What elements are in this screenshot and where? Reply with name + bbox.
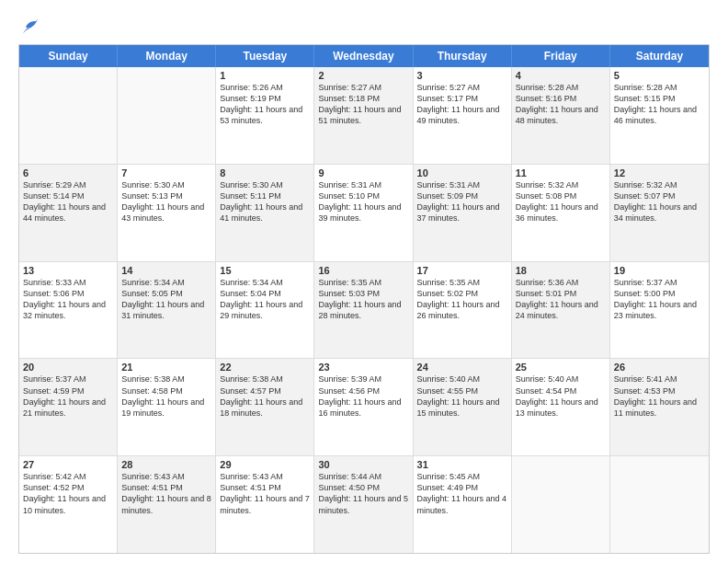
- calendar-cell: 14Sunrise: 5:34 AMSunset: 5:05 PMDayligh…: [118, 262, 216, 359]
- cell-info: Sunrise: 5:32 AMSunset: 5:07 PMDaylight:…: [614, 180, 697, 223]
- calendar-row: 27Sunrise: 5:42 AMSunset: 4:52 PMDayligh…: [19, 455, 709, 553]
- day-number: 19: [614, 265, 705, 276]
- calendar-row: 20Sunrise: 5:37 AMSunset: 4:59 PMDayligh…: [19, 358, 709, 455]
- cell-info: Sunrise: 5:35 AMSunset: 5:03 PMDaylight:…: [318, 278, 401, 320]
- calendar-cell: 5Sunrise: 5:28 AMSunset: 5:15 PMDaylight…: [610, 67, 709, 164]
- day-number: 7: [121, 167, 211, 178]
- cell-info: Sunrise: 5:43 AMSunset: 4:51 PMDaylight:…: [220, 472, 310, 514]
- cell-info: Sunrise: 5:43 AMSunset: 4:51 PMDaylight:…: [121, 472, 211, 514]
- calendar-body: 1Sunrise: 5:26 AMSunset: 5:19 PMDaylight…: [19, 67, 709, 553]
- day-number: 24: [417, 362, 507, 373]
- day-number: 1: [220, 70, 310, 81]
- day-number: 30: [318, 459, 408, 470]
- calendar-cell: [610, 456, 709, 553]
- weekday-header: Wednesday: [314, 45, 413, 67]
- day-number: 4: [516, 70, 606, 81]
- weekday-header: Friday: [512, 45, 610, 67]
- day-number: 6: [23, 167, 113, 178]
- calendar-cell: 22Sunrise: 5:38 AMSunset: 4:57 PMDayligh…: [216, 359, 314, 455]
- calendar-cell: 6Sunrise: 5:29 AMSunset: 5:14 PMDaylight…: [19, 165, 118, 261]
- day-number: 16: [318, 265, 408, 276]
- weekday-header: Tuesday: [216, 45, 314, 67]
- calendar-cell: 25Sunrise: 5:40 AMSunset: 4:54 PMDayligh…: [512, 359, 610, 455]
- cell-info: Sunrise: 5:40 AMSunset: 4:55 PMDaylight:…: [417, 374, 500, 417]
- calendar-row: 1Sunrise: 5:26 AMSunset: 5:19 PMDaylight…: [19, 67, 709, 164]
- calendar-cell: 7Sunrise: 5:30 AMSunset: 5:13 PMDaylight…: [118, 165, 216, 261]
- day-number: 20: [23, 362, 113, 373]
- calendar-cell: 11Sunrise: 5:32 AMSunset: 5:08 PMDayligh…: [512, 165, 610, 261]
- calendar-cell: 21Sunrise: 5:38 AMSunset: 4:58 PMDayligh…: [118, 359, 216, 455]
- calendar-cell: 26Sunrise: 5:41 AMSunset: 4:53 PMDayligh…: [610, 359, 709, 455]
- cell-info: Sunrise: 5:38 AMSunset: 4:58 PMDaylight:…: [121, 374, 204, 417]
- cell-info: Sunrise: 5:29 AMSunset: 5:14 PMDaylight:…: [23, 180, 106, 223]
- calendar-cell: 28Sunrise: 5:43 AMSunset: 4:51 PMDayligh…: [118, 456, 216, 553]
- day-number: 12: [614, 167, 705, 178]
- calendar-cell: 23Sunrise: 5:39 AMSunset: 4:56 PMDayligh…: [314, 359, 413, 455]
- cell-info: Sunrise: 5:44 AMSunset: 4:50 PMDaylight:…: [318, 472, 408, 514]
- day-number: 23: [318, 362, 408, 373]
- calendar-cell: 9Sunrise: 5:31 AMSunset: 5:10 PMDaylight…: [314, 165, 413, 261]
- logo-text: [18, 15, 42, 35]
- cell-info: Sunrise: 5:30 AMSunset: 5:13 PMDaylight:…: [121, 180, 204, 223]
- day-number: 13: [23, 265, 113, 276]
- day-number: 5: [614, 70, 705, 81]
- day-number: 11: [516, 167, 606, 178]
- cell-info: Sunrise: 5:41 AMSunset: 4:53 PMDaylight:…: [614, 374, 697, 417]
- calendar-cell: [512, 456, 610, 553]
- calendar-cell: 3Sunrise: 5:27 AMSunset: 5:17 PMDaylight…: [414, 67, 512, 164]
- cell-info: Sunrise: 5:28 AMSunset: 5:15 PMDaylight:…: [614, 83, 697, 125]
- calendar-cell: [19, 67, 118, 164]
- cell-info: Sunrise: 5:31 AMSunset: 5:09 PMDaylight:…: [417, 180, 500, 223]
- calendar-cell: 16Sunrise: 5:35 AMSunset: 5:03 PMDayligh…: [314, 262, 413, 359]
- cell-info: Sunrise: 5:40 AMSunset: 4:54 PMDaylight:…: [516, 374, 598, 417]
- cell-info: Sunrise: 5:27 AMSunset: 5:18 PMDaylight:…: [318, 83, 401, 125]
- page: SundayMondayTuesdayWednesdayThursdayFrid…: [0, 0, 728, 563]
- cell-info: Sunrise: 5:45 AMSunset: 4:49 PMDaylight:…: [417, 472, 507, 514]
- day-number: 22: [220, 362, 310, 373]
- calendar-cell: 12Sunrise: 5:32 AMSunset: 5:07 PMDayligh…: [610, 165, 709, 261]
- day-number: 29: [220, 459, 310, 470]
- cell-info: Sunrise: 5:33 AMSunset: 5:06 PMDaylight:…: [23, 278, 106, 320]
- weekday-header: Sunday: [19, 45, 118, 67]
- header: [18, 15, 710, 35]
- day-number: 15: [220, 265, 310, 276]
- calendar-cell: 2Sunrise: 5:27 AMSunset: 5:18 PMDaylight…: [314, 67, 413, 164]
- calendar-cell: 13Sunrise: 5:33 AMSunset: 5:06 PMDayligh…: [19, 262, 118, 359]
- calendar-cell: 31Sunrise: 5:45 AMSunset: 4:49 PMDayligh…: [414, 456, 512, 553]
- calendar-cell: 4Sunrise: 5:28 AMSunset: 5:16 PMDaylight…: [512, 67, 610, 164]
- cell-info: Sunrise: 5:39 AMSunset: 4:56 PMDaylight:…: [318, 374, 401, 417]
- calendar-cell: 30Sunrise: 5:44 AMSunset: 4:50 PMDayligh…: [314, 456, 413, 553]
- cell-info: Sunrise: 5:31 AMSunset: 5:10 PMDaylight:…: [318, 180, 401, 223]
- day-number: 14: [121, 265, 211, 276]
- weekday-header: Saturday: [610, 45, 709, 67]
- day-number: 10: [417, 167, 507, 178]
- calendar-cell: 18Sunrise: 5:36 AMSunset: 5:01 PMDayligh…: [512, 262, 610, 359]
- cell-info: Sunrise: 5:26 AMSunset: 5:19 PMDaylight:…: [220, 83, 302, 125]
- day-number: 21: [121, 362, 211, 373]
- weekday-header: Thursday: [414, 45, 512, 67]
- logo: [18, 15, 42, 35]
- cell-info: Sunrise: 5:42 AMSunset: 4:52 PMDaylight:…: [23, 472, 106, 514]
- cell-info: Sunrise: 5:35 AMSunset: 5:02 PMDaylight:…: [417, 278, 500, 320]
- day-number: 17: [417, 265, 507, 276]
- day-number: 26: [614, 362, 705, 373]
- day-number: 8: [220, 167, 310, 178]
- calendar-cell: 27Sunrise: 5:42 AMSunset: 4:52 PMDayligh…: [19, 456, 118, 553]
- calendar-cell: 24Sunrise: 5:40 AMSunset: 4:55 PMDayligh…: [414, 359, 512, 455]
- calendar-cell: 17Sunrise: 5:35 AMSunset: 5:02 PMDayligh…: [414, 262, 512, 359]
- calendar: SundayMondayTuesdayWednesdayThursdayFrid…: [18, 44, 710, 554]
- day-number: 9: [318, 167, 408, 178]
- day-number: 18: [516, 265, 606, 276]
- day-number: 2: [318, 70, 408, 81]
- weekday-header: Monday: [118, 45, 216, 67]
- cell-info: Sunrise: 5:27 AMSunset: 5:17 PMDaylight:…: [417, 83, 500, 125]
- calendar-row: 6Sunrise: 5:29 AMSunset: 5:14 PMDaylight…: [19, 164, 709, 261]
- calendar-cell: 20Sunrise: 5:37 AMSunset: 4:59 PMDayligh…: [19, 359, 118, 455]
- calendar-cell: 10Sunrise: 5:31 AMSunset: 5:09 PMDayligh…: [414, 165, 512, 261]
- cell-info: Sunrise: 5:37 AMSunset: 4:59 PMDaylight:…: [23, 374, 106, 417]
- day-number: 3: [417, 70, 507, 81]
- cell-info: Sunrise: 5:36 AMSunset: 5:01 PMDaylight:…: [516, 278, 598, 320]
- cell-info: Sunrise: 5:34 AMSunset: 5:05 PMDaylight:…: [121, 278, 204, 320]
- cell-info: Sunrise: 5:28 AMSunset: 5:16 PMDaylight:…: [516, 83, 598, 125]
- day-number: 25: [516, 362, 606, 373]
